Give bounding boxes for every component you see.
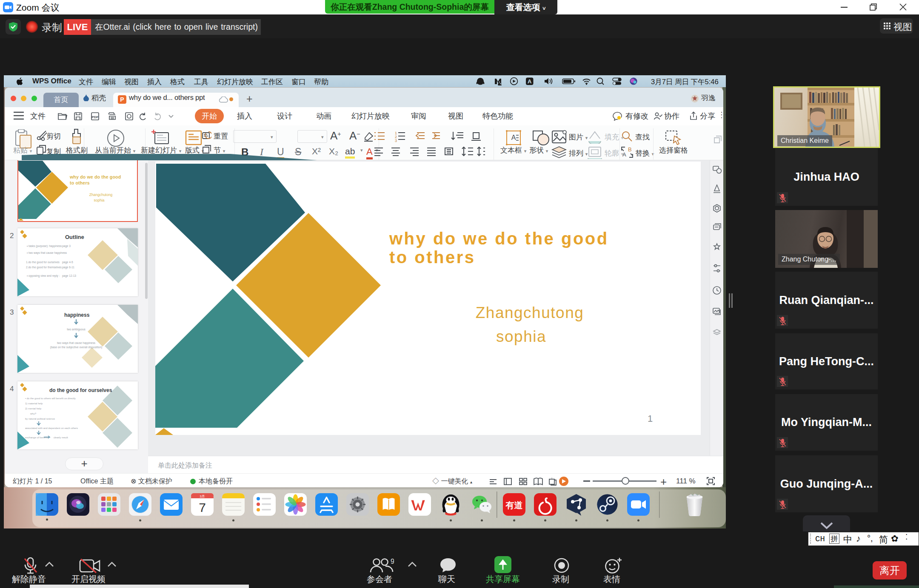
svg-text:by natural political science: by natural political science (25, 418, 55, 420)
svg-text:A: A (528, 78, 532, 85)
svg-text:Zhangchutong: Zhangchutong (476, 304, 584, 321)
svg-text:• opposing view and reply :: • opposing view and reply : (27, 274, 60, 278)
svg-text:3: 3 (395, 139, 397, 142)
svg-text:sophia: sophia (94, 198, 104, 202)
svg-text:exchange of benefits: exchange of benefits (25, 436, 49, 439)
svg-text:to others: to others (70, 180, 90, 185)
svg-text:clearly result: clearly result (54, 436, 68, 439)
svg-text:1: 1 (648, 413, 653, 424)
svg-text:do the good for ourselves: do the good for ourselves (49, 387, 112, 393)
svg-text:page 4-5: page 4-5 (62, 261, 73, 264)
svg-text:2) mental help: 2) mental help (25, 407, 42, 410)
svg-text:why?: why? (30, 412, 37, 415)
svg-text:happiness: happiness (64, 312, 90, 318)
svg-text:two ambiguous: two ambiguous (67, 328, 86, 331)
svg-text:page 6-11: page 6-11 (62, 266, 74, 269)
svg-text:• do the good to others will b: • do the good to others will benefit us … (25, 397, 76, 400)
svg-text:PDF: PDF (92, 115, 99, 119)
svg-text:sophia: sophia (496, 328, 546, 345)
svg-text:7: 7 (199, 500, 206, 514)
svg-text:• two ways that cause happines: • two ways that cause happiness (27, 251, 67, 255)
svg-text:(base on the subjective overal: (base on the subjective overall disposit… (50, 346, 102, 349)
svg-text:1.do the good for ourselves: 1.do the good for ourselves (26, 261, 60, 264)
svg-text:two ways that cause happiness: two ways that cause happiness (57, 341, 96, 345)
svg-text:1) material help: 1) material help (25, 402, 43, 405)
svg-text:9: 9 (391, 558, 394, 565)
svg-text:• tasks (purpose): happiness: • tasks (purpose): happiness (27, 244, 62, 248)
svg-text:Outline: Outline (65, 234, 84, 240)
svg-text:to others: to others (389, 248, 476, 267)
svg-text:page 12-13: page 12-13 (62, 274, 76, 278)
svg-text:A: A (511, 134, 516, 141)
svg-text:page 3: page 3 (62, 244, 71, 248)
svg-text:why do we do the good: why do we do the good (69, 174, 121, 179)
svg-text:why do we do the good: why do we do the good (389, 229, 609, 248)
svg-text:A: A (622, 151, 626, 158)
svg-text:B: B (628, 146, 632, 153)
svg-text:Zhangchutong: Zhangchutong (89, 193, 113, 197)
svg-text:3月: 3月 (200, 494, 205, 498)
svg-text:有道: 有道 (505, 500, 523, 510)
svg-text:associated with and dependent: associated with and dependent on each ot… (25, 427, 78, 429)
svg-text:2.do the good for themselves: 2.do the good for themselves (26, 266, 62, 269)
